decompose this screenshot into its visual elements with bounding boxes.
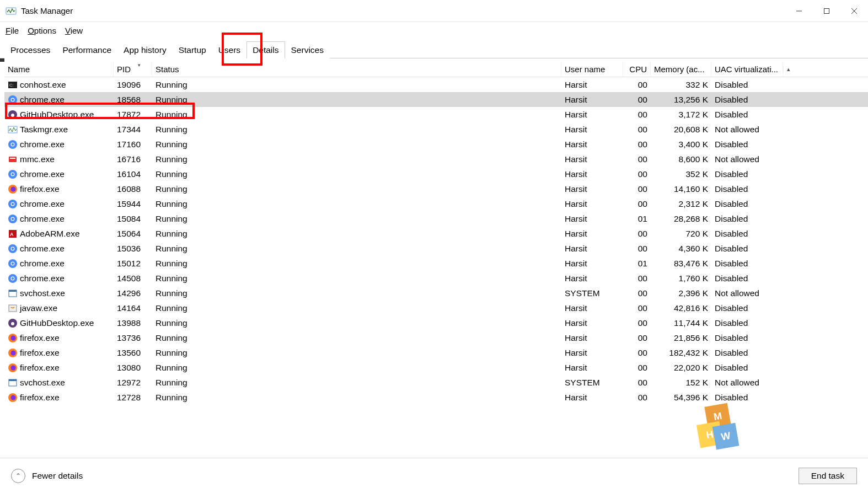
minimize-button[interactable] xyxy=(785,0,813,22)
tab-startup[interactable]: Startup xyxy=(173,41,212,58)
process-user: Harsit xyxy=(561,226,623,241)
tab-details[interactable]: Details xyxy=(247,41,285,58)
table-row[interactable]: C:conhost.exe19096RunningHarsit00332 KDi… xyxy=(4,77,868,92)
github-icon xyxy=(8,110,18,120)
process-memory: 332 K xyxy=(651,77,711,92)
menu-options[interactable]: Options xyxy=(28,26,56,35)
table-row[interactable]: svchost.exe14296RunningSYSTEM002,396 KNo… xyxy=(4,286,868,301)
process-memory: 28,268 K xyxy=(651,211,711,226)
scroll-up-button[interactable]: ▴ xyxy=(783,66,793,73)
tab-processes[interactable]: Processes xyxy=(4,41,56,58)
process-cpu: 00 xyxy=(623,181,651,196)
svg-point-46 xyxy=(11,335,16,340)
process-cpu: 00 xyxy=(623,226,651,241)
process-user: Harsit xyxy=(561,301,623,315)
process-uac: Disabled xyxy=(711,107,783,122)
menu-file[interactable]: File xyxy=(6,26,19,35)
process-name: firefox.exe xyxy=(20,184,60,194)
process-memory: 2,396 K xyxy=(651,286,711,301)
table-row[interactable]: svchost.exe12972RunningSYSTEM00152 KNot … xyxy=(4,375,868,390)
table-row[interactable]: chrome.exe18568RunningHarsit0013,256 KDi… xyxy=(4,92,868,107)
svg-point-44 xyxy=(11,322,14,325)
decorative-bar xyxy=(0,58,4,62)
process-memory: 3,172 K xyxy=(651,107,711,122)
table-row[interactable]: chrome.exe15084RunningHarsit0128,268 KDi… xyxy=(4,211,868,226)
process-status: Running xyxy=(152,345,561,360)
process-user: Harsit xyxy=(561,241,623,256)
table-row[interactable]: javaw.exe14164RunningHarsit0042,816 KDis… xyxy=(4,301,868,315)
table-row[interactable]: chrome.exe14508RunningHarsit001,760 KDis… xyxy=(4,271,868,286)
tab-users[interactable]: Users xyxy=(212,41,247,58)
column-header: Name PID▾ Status User name CPU Memory (a… xyxy=(4,62,868,77)
col-mem[interactable]: Memory (ac... xyxy=(651,62,711,77)
table-row[interactable]: mmc.exe16716RunningHarsit008,600 KNot al… xyxy=(4,152,868,167)
table-row[interactable]: GitHubDesktop.exe17872RunningHarsit003,1… xyxy=(4,107,868,122)
process-cpu: 00 xyxy=(623,122,651,137)
process-name: firefox.exe xyxy=(20,393,60,403)
svg-point-33 xyxy=(12,247,14,249)
col-cpu[interactable]: CPU xyxy=(623,62,651,77)
svg-rect-52 xyxy=(9,379,17,381)
process-user: Harsit xyxy=(561,360,623,375)
process-status: Running xyxy=(152,137,561,152)
process-status: Running xyxy=(152,226,561,241)
table-row[interactable]: firefox.exe16088RunningHarsit0014,160 KD… xyxy=(4,181,868,196)
table-row[interactable]: AAdobeARM.exe15064RunningHarsit00720 KDi… xyxy=(4,226,868,241)
footer-bar: ⌃ Fewer details End task xyxy=(0,458,868,493)
tab-app-history[interactable]: App history xyxy=(117,41,173,58)
process-pid: 14508 xyxy=(114,271,152,286)
col-status[interactable]: Status xyxy=(152,62,561,77)
process-name: firefox.exe xyxy=(20,363,60,373)
process-memory: 352 K xyxy=(651,167,711,181)
maximize-button[interactable] xyxy=(813,0,840,22)
process-user: Harsit xyxy=(561,181,623,196)
process-memory: 720 K xyxy=(651,226,711,241)
process-name: AdobeARM.exe xyxy=(20,229,80,239)
table-row[interactable]: firefox.exe13560RunningHarsit00182,432 K… xyxy=(4,345,868,360)
process-cpu: 00 xyxy=(623,315,651,330)
process-user: Harsit xyxy=(561,256,623,271)
table-row[interactable]: chrome.exe15012RunningHarsit0183,476 KDi… xyxy=(4,256,868,271)
table-row[interactable]: GitHubDesktop.exe13988RunningHarsit0011,… xyxy=(4,315,868,330)
process-cpu: 01 xyxy=(623,211,651,226)
table-row[interactable]: chrome.exe16104RunningHarsit00352 KDisab… xyxy=(4,167,868,181)
col-pid[interactable]: PID▾ xyxy=(114,62,152,77)
process-memory: 2,312 K xyxy=(651,196,711,211)
chrome-icon xyxy=(8,244,18,254)
menu-bar: File Options View xyxy=(0,22,868,39)
table-row[interactable]: firefox.exe13080RunningHarsit0022,020 KD… xyxy=(4,360,868,375)
table-row[interactable]: chrome.exe15944RunningHarsit002,312 KDis… xyxy=(4,196,868,211)
chrome-icon xyxy=(8,274,18,283)
col-uac[interactable]: UAC virtualizati... xyxy=(711,62,783,77)
table-row[interactable]: chrome.exe17160RunningHarsit003,400 KDis… xyxy=(4,137,868,152)
fewer-details-label: Fewer details xyxy=(32,471,83,480)
col-name[interactable]: Name xyxy=(4,62,114,77)
svg-point-11 xyxy=(11,114,14,117)
process-cpu: 00 xyxy=(623,360,651,375)
process-cpu: 00 xyxy=(623,196,651,211)
process-memory: 83,476 K xyxy=(651,256,711,271)
process-uac: Disabled xyxy=(711,137,783,152)
fewer-details-button[interactable]: ⌃ Fewer details xyxy=(11,469,83,483)
process-memory: 54,396 K xyxy=(651,390,711,405)
process-name: Taskmgr.exe xyxy=(20,125,68,135)
close-button[interactable] xyxy=(840,0,868,22)
process-status: Running xyxy=(152,152,561,167)
table-row[interactable]: firefox.exe12728RunningHarsit0054,396 KD… xyxy=(4,390,868,405)
process-pid: 15944 xyxy=(114,196,152,211)
process-status: Running xyxy=(152,301,561,315)
process-pid: 12728 xyxy=(114,390,152,405)
tab-performance[interactable]: Performance xyxy=(56,41,117,58)
process-uac: Disabled xyxy=(711,271,783,286)
menu-view[interactable]: View xyxy=(65,26,83,35)
process-pid: 17872 xyxy=(114,107,152,122)
svg-text:C:: C: xyxy=(9,83,14,88)
end-task-button[interactable]: End task xyxy=(799,468,857,484)
table-row[interactable]: chrome.exe15036RunningHarsit004,360 KDis… xyxy=(4,241,868,256)
table-row[interactable]: firefox.exe13736RunningHarsit0021,856 KD… xyxy=(4,330,868,345)
tab-services[interactable]: Services xyxy=(285,41,330,58)
col-user[interactable]: User name xyxy=(561,62,623,77)
svg-point-54 xyxy=(11,395,16,400)
table-row[interactable]: Taskmgr.exe17344RunningHarsit0020,608 KN… xyxy=(4,122,868,137)
process-pid: 17344 xyxy=(114,122,152,137)
